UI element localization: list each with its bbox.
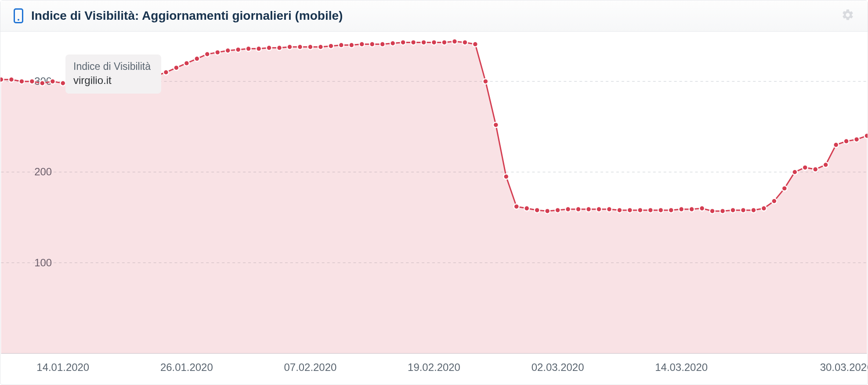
svg-point-83	[782, 186, 787, 191]
svg-point-70	[648, 207, 653, 213]
svg-point-54	[483, 79, 488, 84]
svg-text:30.03.2020: 30.03.2020	[820, 361, 868, 373]
svg-point-46	[401, 40, 406, 45]
svg-point-41	[349, 43, 354, 48]
svg-point-9	[19, 79, 24, 84]
svg-point-80	[751, 207, 756, 213]
svg-point-11	[40, 80, 45, 86]
svg-point-74	[689, 207, 694, 212]
svg-point-31	[246, 46, 251, 51]
svg-point-38	[318, 44, 323, 50]
gear-icon[interactable]	[841, 8, 854, 23]
svg-point-45	[390, 40, 395, 46]
svg-point-49	[431, 40, 437, 45]
svg-point-58	[524, 206, 529, 211]
svg-text:14.01.2020: 14.01.2020	[36, 361, 89, 373]
svg-point-30	[235, 47, 241, 52]
svg-point-39	[328, 44, 333, 49]
svg-point-57	[514, 204, 519, 209]
svg-point-55	[493, 122, 499, 127]
svg-point-71	[658, 207, 663, 213]
svg-point-81	[761, 206, 767, 211]
svg-point-37	[307, 44, 313, 50]
svg-point-36	[297, 44, 303, 50]
svg-point-53	[473, 42, 478, 47]
svg-point-77	[720, 208, 725, 214]
svg-point-67	[617, 207, 622, 213]
svg-point-23	[163, 70, 169, 75]
svg-point-60	[545, 208, 550, 214]
svg-text:19.02.2020: 19.02.2020	[408, 361, 460, 373]
svg-point-82	[771, 199, 777, 204]
svg-point-76	[710, 208, 715, 214]
svg-point-42	[359, 42, 365, 47]
svg-point-26	[194, 56, 199, 62]
mobile-icon	[14, 8, 23, 23]
chart-area: 10020030014.01.202026.01.202007.02.20201…	[0, 32, 868, 384]
svg-text:14.03.2020: 14.03.2020	[655, 361, 708, 373]
svg-point-48	[421, 40, 427, 45]
svg-point-44	[380, 42, 385, 47]
svg-point-56	[503, 174, 509, 179]
chart-panel: Indice di Visibilità: Aggiornamenti gior…	[0, 0, 868, 385]
legend-series-label: Indice di Visibilità	[73, 60, 151, 73]
svg-point-43	[369, 42, 375, 47]
svg-point-63	[576, 207, 581, 212]
svg-text:07.02.2020: 07.02.2020	[284, 361, 337, 373]
svg-point-64	[586, 207, 591, 212]
svg-point-73	[679, 207, 684, 212]
svg-point-40	[339, 43, 344, 48]
svg-point-65	[596, 207, 601, 212]
svg-point-72	[669, 207, 674, 213]
svg-point-8	[9, 77, 14, 82]
svg-point-66	[607, 207, 612, 212]
svg-point-52	[462, 40, 467, 45]
svg-point-29	[225, 48, 231, 53]
legend-domain: virgilio.it	[73, 73, 151, 87]
svg-point-47	[411, 40, 416, 45]
svg-text:26.01.2020: 26.01.2020	[160, 361, 213, 373]
svg-point-61	[555, 207, 561, 213]
svg-point-12	[50, 79, 55, 84]
svg-point-24	[174, 65, 179, 70]
svg-point-7	[0, 77, 4, 82]
svg-point-86	[813, 167, 818, 172]
svg-point-35	[287, 44, 293, 50]
panel-header: Indice di Visibilità: Aggiornamenti gior…	[0, 0, 868, 32]
panel-title: Indice di Visibilità: Aggiornamenti gior…	[31, 9, 343, 23]
svg-point-62	[565, 207, 571, 212]
svg-point-69	[637, 207, 643, 213]
legend-tooltip: Indice di Visibilità virgilio.it	[65, 54, 161, 94]
svg-point-34	[277, 45, 282, 51]
svg-point-27	[205, 51, 210, 57]
svg-point-51	[452, 39, 457, 44]
svg-point-78	[731, 207, 736, 213]
svg-point-68	[627, 207, 633, 213]
svg-point-32	[256, 46, 261, 51]
svg-point-90	[854, 137, 859, 142]
svg-point-50	[441, 40, 447, 45]
svg-point-84	[792, 170, 797, 175]
svg-point-13	[60, 80, 65, 86]
svg-point-10	[29, 79, 35, 84]
svg-point-75	[699, 206, 705, 211]
svg-point-25	[184, 61, 189, 66]
svg-point-79	[741, 207, 746, 213]
svg-point-28	[215, 50, 220, 55]
svg-point-89	[844, 138, 849, 144]
svg-point-87	[823, 162, 828, 167]
svg-point-85	[803, 165, 808, 170]
svg-point-91	[864, 133, 868, 138]
svg-point-88	[833, 142, 839, 148]
svg-point-59	[535, 207, 540, 213]
svg-text:02.03.2020: 02.03.2020	[532, 361, 584, 373]
svg-point-33	[267, 45, 272, 51]
